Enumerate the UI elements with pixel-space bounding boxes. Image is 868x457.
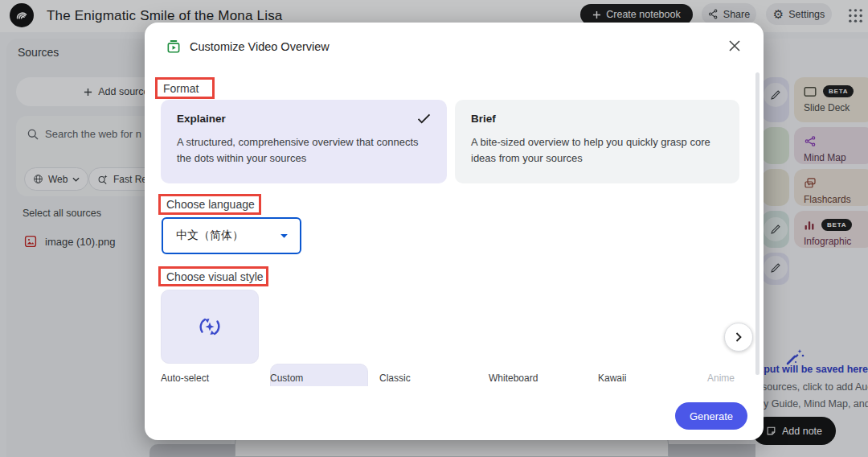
format-option-description: A structured, comprehensive overview tha… bbox=[177, 134, 432, 167]
format-option-description: A bite-sized overview to help you quickl… bbox=[471, 134, 717, 167]
style-label-kawaii: Kawaii bbox=[598, 373, 626, 384]
auto-select-icon bbox=[194, 311, 226, 343]
format-option-name: Brief bbox=[471, 113, 723, 125]
visual-style-section-label: Choose visual style bbox=[166, 270, 264, 283]
style-card-auto-select[interactable] bbox=[161, 290, 259, 364]
close-button[interactable] bbox=[727, 38, 743, 54]
selected-check-icon bbox=[417, 113, 431, 124]
close-icon bbox=[727, 38, 743, 54]
carousel-next-button[interactable] bbox=[724, 323, 753, 352]
style-label-custom: Custom bbox=[270, 373, 303, 384]
language-select[interactable]: 中文（简体） bbox=[162, 217, 301, 254]
modal-scrollbar[interactable] bbox=[755, 72, 760, 375]
visual-style-row: Auto-select Custom Classic Whiteboard Ka… bbox=[161, 290, 751, 386]
style-label-whiteboard: Whiteboard bbox=[489, 373, 538, 384]
format-option-brief[interactable]: Brief A bite-sized overview to help you … bbox=[455, 100, 739, 183]
format-section-label: Format bbox=[163, 82, 199, 95]
style-label-auto-select: Auto-select bbox=[161, 373, 209, 384]
customize-video-overview-modal: Customize Video Overview Format Explaine… bbox=[145, 23, 764, 440]
notebooklm-app: The Enigmatic Smile of the Mona Lisa Cre… bbox=[0, 0, 868, 457]
generate-button[interactable]: Generate bbox=[675, 402, 747, 430]
chevron-right-icon bbox=[734, 332, 743, 342]
video-overview-icon bbox=[166, 39, 182, 55]
modal-title: Customize Video Overview bbox=[190, 40, 330, 53]
language-selected-value: 中文（简体） bbox=[176, 228, 244, 243]
dropdown-arrow-icon bbox=[280, 233, 289, 239]
annotation-box-language: Choose language bbox=[158, 194, 261, 215]
format-option-explainer[interactable]: Explainer A structured, comprehensive ov… bbox=[161, 100, 447, 183]
language-section-label: Choose language bbox=[166, 198, 255, 211]
style-label-anime: Anime bbox=[707, 373, 735, 384]
annotation-box-visual-style: Choose visual style bbox=[158, 266, 268, 286]
annotation-box-format: Format bbox=[155, 77, 215, 99]
format-option-name: Explainer bbox=[177, 113, 226, 125]
style-label-classic: Classic bbox=[379, 373, 411, 384]
